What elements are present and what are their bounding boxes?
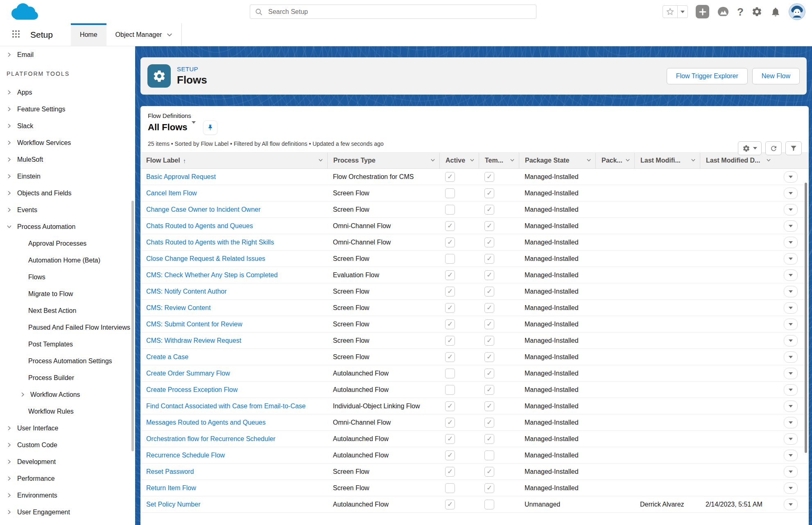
- settings-gear-icon[interactable]: [751, 6, 762, 17]
- column-header-package-state[interactable]: Package State: [519, 153, 595, 168]
- sidebar-item-workflow-services[interactable]: Workflow Services: [0, 134, 135, 151]
- list-view-selector-caret-icon[interactable]: [192, 124, 196, 131]
- row-actions-button[interactable]: [784, 417, 798, 428]
- row-actions-button[interactable]: [784, 171, 798, 183]
- sidebar-item-migrate-to-flow[interactable]: Migrate to Flow: [0, 285, 135, 302]
- list-view-name[interactable]: All Flows: [148, 122, 188, 133]
- quick-create-plus-icon[interactable]: [696, 5, 709, 18]
- trailhead-icon[interactable]: [717, 6, 729, 18]
- search-input[interactable]: [267, 8, 531, 16]
- row-actions-button[interactable]: [784, 269, 798, 281]
- sidebar-item-slack[interactable]: Slack: [0, 118, 135, 134]
- row-actions-button[interactable]: [784, 351, 798, 363]
- flow-link[interactable]: Orchestration flow for Recurrence Schedu…: [146, 435, 276, 443]
- flow-link[interactable]: Return Item Flow: [146, 484, 196, 492]
- flow-link[interactable]: Reset Password: [146, 468, 194, 475]
- flow-link[interactable]: CMS: Submit Content for Review: [146, 321, 242, 328]
- flow-link[interactable]: Create a Case: [146, 353, 188, 361]
- sidebar-item-performance[interactable]: Performance: [0, 470, 135, 487]
- row-actions-button[interactable]: [784, 286, 798, 297]
- row-actions-button[interactable]: [784, 237, 798, 248]
- tab-object-manager[interactable]: Object Manager: [106, 23, 182, 46]
- row-actions-button[interactable]: [784, 368, 798, 379]
- sidebar-item-process-builder[interactable]: Process Builder: [0, 369, 135, 386]
- tab-home[interactable]: Home: [71, 23, 106, 46]
- sidebar-item-feature-settings[interactable]: Feature Settings: [0, 101, 135, 118]
- flow-link[interactable]: Basic Approval Request: [146, 173, 216, 181]
- flow-link[interactable]: Cancel Item Flow: [146, 190, 197, 197]
- flow-link[interactable]: CMS: Review Content: [146, 304, 210, 312]
- table-scrollbar[interactable]: [805, 183, 807, 453]
- sidebar-item-flows[interactable]: Flows: [0, 269, 135, 285]
- favorites-star-icon[interactable]: [663, 6, 678, 18]
- flow-link[interactable]: CMS: Check Whether Any Step is Completed: [146, 272, 278, 279]
- flow-link[interactable]: CMS: Notify Content Author: [146, 288, 227, 295]
- flow-link[interactable]: Chats Routed to Agents with the Right Sk…: [146, 239, 274, 246]
- column-header-pack[interactable]: Pack...: [595, 153, 634, 168]
- sidebar-item-workflow-actions[interactable]: Workflow Actions: [0, 386, 135, 403]
- row-actions-button[interactable]: [784, 482, 798, 494]
- sidebar-item-automation-home-beta[interactable]: Automation Home (Beta): [0, 252, 135, 269]
- sidebar-item-process-automation-settings[interactable]: Process Automation Settings: [0, 353, 135, 369]
- sidebar-item-events[interactable]: Events: [0, 201, 135, 218]
- flow-link[interactable]: Create Process Exception Flow: [146, 386, 237, 394]
- sidebar-item-paused-and-failed-flow-interviews[interactable]: Paused And Failed Flow Interviews: [0, 319, 135, 336]
- table-row: Chats Routed to Agents with the Right Sk…: [140, 234, 809, 251]
- flow-link[interactable]: CMS: Withdraw Review Request: [146, 337, 241, 344]
- refresh-button[interactable]: [765, 141, 782, 155]
- avatar[interactable]: [789, 3, 805, 20]
- row-actions-button[interactable]: [784, 319, 798, 330]
- app-launcher-waffle-icon[interactable]: [11, 29, 20, 40]
- sidebar-item-workflow-rules[interactable]: Workflow Rules: [0, 403, 135, 420]
- favorites-caret-icon[interactable]: [678, 6, 688, 18]
- row-actions-button[interactable]: [784, 188, 798, 199]
- flow-link[interactable]: Set Policy Number: [146, 501, 201, 508]
- flow-trigger-explorer-button[interactable]: Flow Trigger Explorer: [667, 68, 748, 84]
- flow-link[interactable]: Chats Routed to Agents and Queues: [146, 222, 253, 230]
- list-settings-button[interactable]: [738, 141, 762, 155]
- sidebar-item-environments[interactable]: Environments: [0, 487, 135, 504]
- sidebar-item-development[interactable]: Development: [0, 453, 135, 470]
- column-header-active[interactable]: Active: [439, 153, 479, 168]
- row-actions-button[interactable]: [784, 220, 798, 232]
- row-actions-button[interactable]: [784, 401, 798, 412]
- column-header-flow-label[interactable]: Flow Label↑: [140, 153, 327, 168]
- sidebar-item-email[interactable]: Email: [0, 46, 135, 63]
- sidebar-item-apps[interactable]: Apps: [0, 84, 135, 101]
- notifications-bell-icon[interactable]: [770, 7, 781, 17]
- sidebar-item-user-interface[interactable]: User Interface: [0, 420, 135, 437]
- row-actions-button[interactable]: [784, 384, 798, 396]
- flow-link[interactable]: Recurrence Schedule Flow: [146, 452, 225, 459]
- flow-link[interactable]: Change Case Owner to Incident Owner: [146, 206, 260, 213]
- row-actions-button[interactable]: [784, 253, 798, 265]
- sidebar-item-objects-and-fields[interactable]: Objects and Fields: [0, 185, 135, 201]
- row-actions-button[interactable]: [784, 335, 798, 346]
- pin-list-view-button[interactable]: [203, 120, 217, 135]
- sidebar-item-post-templates[interactable]: Post Templates: [0, 336, 135, 353]
- flow-link[interactable]: Find Contact Associated with Case from E…: [146, 403, 305, 410]
- sidebar-scrollbar[interactable]: [131, 201, 134, 451]
- row-actions-button[interactable]: [784, 466, 798, 477]
- column-header-process-type[interactable]: Process Type: [327, 153, 439, 168]
- sidebar-item-mulesoft[interactable]: MuleSoft: [0, 151, 135, 168]
- row-actions-button[interactable]: [784, 302, 798, 314]
- column-header-tem[interactable]: Tem...: [479, 153, 519, 168]
- row-actions-button[interactable]: [784, 450, 798, 461]
- sidebar-item-user-engagement[interactable]: User Engagement: [0, 504, 135, 520]
- sidebar-item-approval-processes[interactable]: Approval Processes: [0, 235, 135, 252]
- row-actions-button[interactable]: [784, 499, 798, 510]
- help-icon[interactable]: ?: [737, 7, 744, 17]
- sidebar-item-process-automation[interactable]: Process Automation: [0, 218, 135, 235]
- column-header-last-modifi[interactable]: Last Modifi...: [634, 153, 700, 168]
- sidebar-item-custom-code[interactable]: Custom Code: [0, 437, 135, 453]
- flow-link[interactable]: Close Change Request & Related Issues: [146, 255, 265, 262]
- row-actions-button[interactable]: [784, 433, 798, 445]
- sidebar-item-next-best-action[interactable]: Next Best Action: [0, 302, 135, 319]
- new-flow-button[interactable]: New Flow: [752, 68, 800, 84]
- flow-link[interactable]: Create Order Summary Flow: [146, 370, 230, 377]
- column-header-label: Active: [446, 157, 465, 164]
- row-actions-button[interactable]: [784, 204, 798, 215]
- flow-link[interactable]: Messages Routed to Agents and Queues: [146, 419, 266, 426]
- sidebar-item-einstein[interactable]: Einstein: [0, 168, 135, 185]
- filter-button[interactable]: [785, 141, 802, 155]
